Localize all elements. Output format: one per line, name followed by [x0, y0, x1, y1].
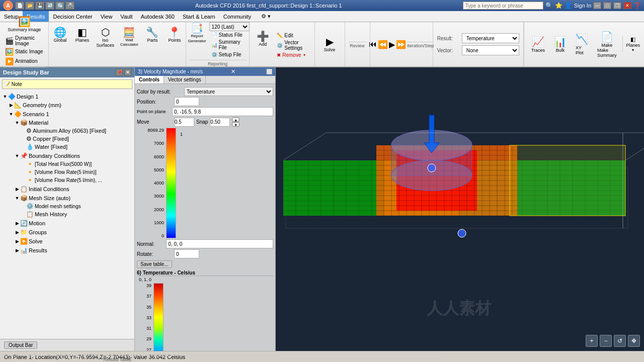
result-type-dropdown[interactable]: Temperature Pressure Velocity: [462, 33, 519, 43]
point-on-plane-input[interactable]: [172, 107, 273, 116]
viewport[interactable]: RIGHT 人人素材 + − ↺ ✥: [276, 67, 644, 351]
toolbar-btn-print[interactable]: 🖨️: [65, 2, 74, 10]
menu-vault[interactable]: Vault: [116, 11, 136, 22]
step-back-start-btn[interactable]: ⏮: [369, 40, 377, 49]
menu-view[interactable]: View: [97, 11, 117, 22]
color-by-dropdown[interactable]: Temperature: [184, 87, 273, 96]
help-icon[interactable]: ❓: [633, 2, 641, 9]
global-btn[interactable]: 🌐 Global: [50, 26, 70, 44]
tree-row-scenario1[interactable]: ▼ 🔶 Scenario 1: [1, 110, 133, 118]
user-icon[interactable]: 👤: [565, 2, 572, 9]
tree-row-material[interactable]: ▼ 📦 Material: [1, 119, 133, 127]
tree-row-results[interactable]: ▶ 📊 Results: [1, 246, 133, 254]
nav-zoom-out[interactable]: −: [600, 335, 612, 347]
output-bar-button[interactable]: Output Bar: [4, 341, 37, 349]
tree-row-design1[interactable]: ▼ 🔷 Design 1: [1, 93, 133, 101]
nav-rotate[interactable]: ↺: [614, 335, 626, 347]
tree-toggle-scenario1[interactable]: ▼: [8, 112, 14, 117]
tree-row-mesh[interactable]: ▼ 📦 Mesh Size (auto): [1, 194, 133, 202]
tree-row-geometry[interactable]: ▶ 📐 Geometry (mm): [1, 101, 133, 109]
setup-file-btn[interactable]: ⚙️ Setup File: [209, 51, 250, 58]
menu-community[interactable]: Community: [219, 11, 256, 22]
tree-toggle-design1[interactable]: ▼: [2, 94, 8, 99]
remove-btn[interactable]: ✖ Remove ▾: [275, 52, 311, 58]
tree-row-heat-flux[interactable]: 🔸 [Total Heat Flux(5000 W)]: [1, 160, 133, 168]
vector-type-dropdown[interactable]: None Velocity: [462, 45, 519, 55]
signin-btn[interactable]: Sign In: [574, 3, 591, 9]
toolbar-btn-save[interactable]: 💾: [35, 2, 44, 10]
snap-down-btn[interactable]: ▼: [232, 122, 239, 127]
make-summary-btn[interactable]: 📄 Make Make Summary: [594, 30, 620, 59]
nav-pan[interactable]: ✥: [628, 335, 640, 347]
add-btn[interactable]: ➕ Add: [253, 30, 273, 48]
tree-row-solve[interactable]: ▶ ▶️ Solve: [1, 237, 133, 245]
iteration-dropdown[interactable]: 120 (Last): [209, 22, 250, 31]
parts-btn[interactable]: 🔧 Parts: [142, 26, 163, 44]
legend-close-btn[interactable]: ✕: [231, 68, 235, 75]
wall-calculator-btn[interactable]: 🧮 Wall Calculator: [118, 26, 140, 48]
step-back-btn[interactable]: ⏪: [378, 40, 388, 49]
menu-autodesk360[interactable]: Autodesk 360: [137, 11, 179, 22]
planes-dropdown-btn[interactable]: ◧ Planes ▾: [622, 36, 640, 52]
snap-input[interactable]: [210, 118, 230, 127]
summary-image-btn[interactable]: 🖼️ Summary Image: [6, 16, 43, 33]
normal-input[interactable]: [166, 239, 273, 248]
report-generator-btn[interactable]: 📑 Report Generator: [186, 22, 208, 44]
status-file-btn[interactable]: 📄 Status File: [209, 32, 250, 38]
planes-btn[interactable]: ◧ Planes: [72, 26, 92, 44]
step-forward-btn[interactable]: ⏩: [396, 40, 406, 49]
menu-start-learn[interactable]: Start & Learn: [179, 11, 219, 22]
legend-tab-vector[interactable]: Vector settings: [164, 76, 206, 83]
star-icon[interactable]: ⭐: [555, 2, 562, 9]
color-bar[interactable]: [166, 128, 176, 238]
edit-btn[interactable]: ✏️ Edit: [275, 32, 311, 39]
window-restore[interactable]: ❐: [613, 2, 621, 9]
tree-row-model-mesh[interactable]: ⚙️ Model mesh settings: [1, 202, 133, 210]
tree-row-boundary[interactable]: ▼ 📌 Boundary Conditions: [1, 152, 133, 160]
sidebar-pin-btn[interactable]: 📌: [116, 69, 123, 76]
static-image-btn[interactable]: 🖼️ Static Image: [3, 47, 45, 56]
temp-color-bar[interactable]: [153, 283, 164, 351]
tree-row-aluminum[interactable]: ⚙ Aluminum Alloy (6063) [Fixed]: [1, 127, 133, 135]
tree-row-groups[interactable]: ▶ 📁 Groups: [1, 228, 133, 236]
rotate-input[interactable]: [174, 249, 199, 258]
window-close[interactable]: ✕: [623, 2, 631, 9]
play-btn[interactable]: ▶: [389, 40, 395, 49]
tree-toggle-results[interactable]: ▶: [14, 248, 20, 253]
animation-btn[interactable]: ▶️ Animation: [3, 57, 45, 66]
traces-btn[interactable]: 📈 Traces: [528, 35, 548, 54]
window-minimize[interactable]: —: [593, 2, 601, 9]
menu-extra[interactable]: ⚙ ▾: [257, 11, 275, 22]
toolbar-btn-new[interactable]: 📄: [15, 2, 24, 10]
bulk-btn[interactable]: 📊 Bulk: [551, 35, 570, 54]
summary-file-btn[interactable]: 📊 Summary File: [209, 39, 250, 51]
tree-toggle-motion[interactable]: ▶: [14, 221, 20, 226]
sidebar-close-btn[interactable]: ✕: [124, 69, 131, 76]
legend-tab-controls[interactable]: Controls: [135, 76, 164, 83]
snap-up-btn[interactable]: ▲: [232, 117, 239, 122]
tree-toggle-initial[interactable]: ▶: [14, 187, 20, 192]
dynamic-image-btn[interactable]: 🎬 Dynamic Image: [3, 35, 45, 47]
iso-surfaces-btn[interactable]: ⬡ Iso Surfaces: [94, 26, 116, 49]
tree-toggle-mesh[interactable]: ▼: [14, 196, 20, 201]
tree-row-vol-flow1[interactable]: 🔸 [Volume Flow Rate(5 l/min)]: [1, 168, 133, 176]
points-btn[interactable]: 📍 Points: [165, 26, 185, 44]
tree-row-initial[interactable]: ▶ 📋 Initial Conditions: [1, 185, 133, 193]
toolbar-btn-undo[interactable]: ↩️: [45, 2, 54, 10]
menu-decision-center[interactable]: Decision Center: [49, 11, 96, 22]
move-input[interactable]: [174, 118, 194, 127]
tree-toggle-material[interactable]: ▼: [14, 120, 20, 125]
tree-row-mesh-history[interactable]: 📋 Mesh History: [1, 210, 133, 218]
tree-row-motion[interactable]: ▶ 🔄 Motion: [1, 219, 133, 227]
tree-toggle-groups[interactable]: ▶: [14, 230, 20, 235]
tree-row-copper[interactable]: ⚙ Copper [Fixed]: [1, 135, 133, 143]
window-maximize[interactable]: □: [603, 2, 611, 9]
tree-row-water[interactable]: 💧 Water [Fixed]: [1, 143, 133, 151]
tree-toggle-solve[interactable]: ▶: [14, 239, 20, 244]
tree-toggle-boundary[interactable]: ▼: [14, 153, 20, 158]
vector-settings-btn[interactable]: ⚙️ Vector Settings: [275, 39, 311, 51]
search-input[interactable]: [463, 2, 543, 10]
tree-toggle-geometry[interactable]: ▶: [8, 103, 14, 108]
solve-btn[interactable]: ▶ Solve: [319, 36, 340, 53]
nav-zoom-in[interactable]: +: [586, 335, 598, 347]
